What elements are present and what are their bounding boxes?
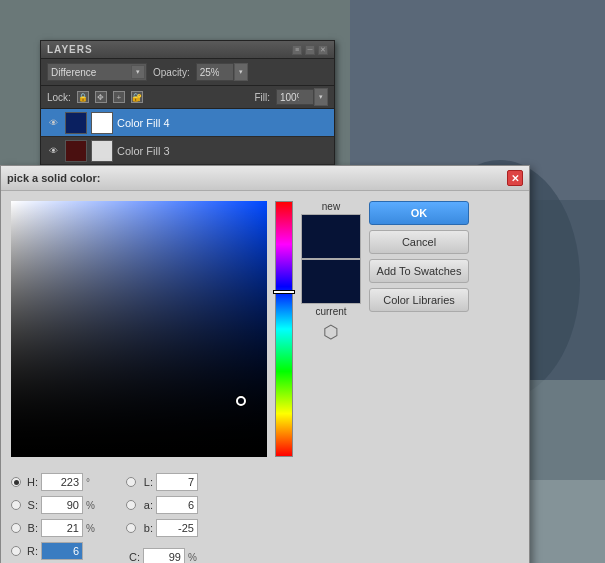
new-color-preview — [301, 214, 361, 259]
sat-label: S: — [24, 499, 38, 511]
opacity-label: Opacity: — [153, 67, 190, 78]
all-lock-icon[interactable]: 🔐 — [131, 91, 143, 103]
bri-label: B: — [24, 522, 38, 534]
color-gradient-field[interactable] — [11, 201, 267, 457]
hue-label: H: — [24, 476, 38, 488]
c-input[interactable] — [143, 548, 185, 563]
move-icon[interactable]: ✥ — [95, 91, 107, 103]
l-radio[interactable] — [126, 477, 136, 487]
sat-row: S: % — [11, 495, 96, 515]
layer-name: Color Fill 3 — [117, 145, 330, 157]
color-picker-dialog: pick a solid color: ✕ new current ⬡ — [0, 165, 530, 563]
title-controls: ≡ ─ ✕ — [292, 45, 328, 55]
dialog-body: new current ⬡ OK Cancel Add To Swatches … — [1, 191, 529, 467]
sat-radio[interactable] — [11, 500, 21, 510]
red-label: R: — [24, 545, 38, 557]
fill-arrow-icon[interactable]: ▾ — [314, 88, 328, 106]
blend-arrow-icon[interactable]: ▾ — [131, 65, 145, 79]
layers-panel: LAYERS ≡ ─ ✕ Difference ▾ Opacity: ▾ Loc… — [40, 40, 335, 166]
blend-toolbar: Difference ▾ Opacity: ▾ — [41, 59, 334, 86]
c-label: C: — [126, 551, 140, 563]
layer-name: Color Fill 4 — [117, 117, 330, 129]
lock-icon[interactable]: 🔒 — [77, 91, 89, 103]
opacity-arrow-icon[interactable]: ▾ — [234, 63, 248, 81]
bri-row: B: % — [11, 518, 96, 538]
b3-radio[interactable] — [126, 523, 136, 533]
bri-unit: % — [86, 523, 96, 534]
red-radio[interactable] — [11, 546, 21, 556]
red-input[interactable] — [41, 542, 83, 560]
lock-label: Lock: — [47, 92, 71, 103]
sat-unit: % — [86, 500, 96, 511]
hue-row: H: ° — [11, 472, 96, 492]
current-color-preview — [301, 259, 361, 304]
color-field-wrapper[interactable] — [11, 201, 267, 457]
a-row: a: — [126, 495, 198, 515]
layers-title: LAYERS — [47, 44, 93, 55]
add-to-swatches-button[interactable]: Add To Swatches — [369, 259, 469, 283]
blend-mode-wrapper: Difference ▾ — [47, 63, 147, 81]
layer-thumbnail — [65, 140, 87, 162]
layer-mask — [91, 140, 113, 162]
red-row: R: — [11, 541, 96, 561]
current-label: current — [315, 306, 346, 317]
c-row: C: % — [126, 547, 198, 563]
dialog-buttons: OK Cancel Add To Swatches Color Librarie… — [369, 201, 469, 312]
layer-visibility-icon[interactable]: 👁 — [45, 143, 61, 159]
hue-radio[interactable] — [11, 477, 21, 487]
fill-label: Fill: — [254, 92, 270, 103]
lab-col: L: a: b: C: % M: — [126, 472, 198, 563]
inputs-section: H: ° S: % B: % R: — [1, 467, 529, 563]
a-input[interactable] — [156, 496, 198, 514]
bri-input[interactable] — [41, 519, 83, 537]
fill-input[interactable] — [276, 89, 314, 105]
hue-input[interactable] — [41, 473, 83, 491]
brightness-gradient — [11, 201, 267, 457]
l-input[interactable] — [156, 473, 198, 491]
layer-mask — [91, 112, 113, 134]
c-unit: % — [188, 552, 198, 563]
fill-input-group: ▾ — [276, 88, 328, 106]
bri-radio[interactable] — [11, 523, 21, 533]
color-cursor — [236, 396, 246, 406]
cancel-button[interactable]: Cancel — [369, 230, 469, 254]
b3-input[interactable] — [156, 519, 198, 537]
opacity-input-group: ▾ — [196, 63, 248, 81]
b3-label: b: — [139, 522, 153, 534]
saturation-gradient — [11, 201, 267, 457]
panel-collapse-btn[interactable]: ─ — [305, 45, 315, 55]
a-label: a: — [139, 499, 153, 511]
lock-row: Lock: 🔒 ✥ + 🔐 Fill: ▾ — [41, 86, 334, 109]
a-radio[interactable] — [126, 500, 136, 510]
dialog-close-button[interactable]: ✕ — [507, 170, 523, 186]
sat-input[interactable] — [41, 496, 83, 514]
layer-thumbnail — [65, 112, 87, 134]
panel-close-btn[interactable]: ✕ — [318, 45, 328, 55]
hue-unit: ° — [86, 477, 96, 488]
dialog-title-bar: pick a solid color: ✕ — [1, 166, 529, 191]
transform-icon[interactable]: + — [113, 91, 125, 103]
layer-item[interactable]: 👁 Color Fill 4 — [41, 109, 334, 137]
color-libraries-button[interactable]: Color Libraries — [369, 288, 469, 312]
spectrum-handle[interactable] — [273, 290, 295, 294]
new-label: new — [322, 201, 340, 212]
layer-item[interactable]: 👁 Color Fill 3 — [41, 137, 334, 165]
dialog-title: pick a solid color: — [7, 172, 101, 184]
panel-menu-btn[interactable]: ≡ — [292, 45, 302, 55]
layers-title-bar: LAYERS ≡ ─ ✕ — [41, 41, 334, 59]
hsb-rgb-col: H: ° S: % B: % R: — [11, 472, 96, 563]
l-label: L: — [139, 476, 153, 488]
color-space-icon[interactable]: ⬡ — [323, 321, 339, 343]
ok-button[interactable]: OK — [369, 201, 469, 225]
hue-spectrum-slider[interactable] — [275, 201, 293, 457]
opacity-input[interactable] — [196, 63, 234, 81]
layer-visibility-icon[interactable]: 👁 — [45, 115, 61, 131]
l-row: L: — [126, 472, 198, 492]
b3-row: b: — [126, 518, 198, 538]
